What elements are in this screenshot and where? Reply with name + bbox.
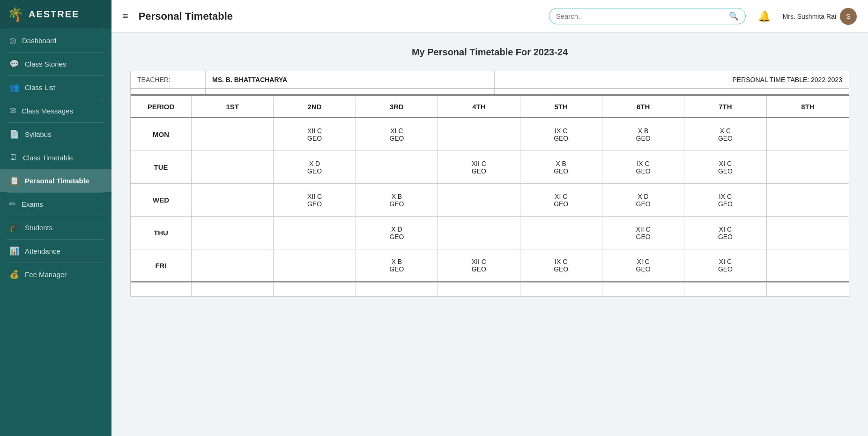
cell-fri-period-6: XI CGEO — [602, 249, 684, 281]
cell-subject: GEO — [307, 135, 322, 142]
cell-thu-period-6: XII CGEO — [602, 217, 684, 249]
cell-tue-period-4: XII CGEO — [438, 151, 520, 183]
cell-mon-period-4 — [438, 118, 520, 150]
cell-fri-period-5: IX CGEO — [520, 249, 602, 281]
cell-mon-period-6: X BGEO — [602, 118, 684, 150]
cell-class-name: IX C — [555, 258, 567, 265]
cell-subject: GEO — [636, 135, 651, 142]
search-box: 🔍 — [549, 8, 746, 24]
attendance-label: Attendance — [25, 247, 60, 255]
dashboard-label: Dashboard — [22, 37, 56, 45]
cell-subject: GEO — [389, 200, 404, 208]
sidebar-item-fee-manager[interactable]: 💰Fee Manager — [0, 263, 111, 286]
dashboard-icon: ◎ — [9, 36, 16, 45]
cell-fri-period-2 — [274, 249, 356, 281]
day-name-fri: FRI — [131, 249, 192, 281]
cell-subject: GEO — [554, 135, 568, 142]
day-label-tue: TUE — [154, 163, 168, 171]
class-list-label: Class List — [25, 83, 55, 91]
page-title: Personal Timetable — [139, 10, 542, 23]
cell-subject: GEO — [389, 233, 404, 241]
bottom-cell-4 — [438, 283, 520, 296]
cell-subject: GEO — [718, 265, 733, 273]
cell-wed-period-1 — [192, 184, 274, 216]
period-header-3rd: 3RD — [356, 96, 438, 117]
day-label-thu: THU — [154, 229, 168, 237]
header: ≡ Personal Timetable 🔍 🔔 Mrs. Sushmita R… — [111, 0, 868, 33]
user-name: Mrs. Sushmita Rai — [783, 13, 836, 20]
user-info: Mrs. Sushmita Rai S — [783, 8, 857, 25]
cell-wed-period-6: X DGEO — [602, 184, 684, 216]
sidebar-item-dashboard[interactable]: ◎Dashboard — [0, 29, 111, 52]
day-label-fri: FRI — [155, 262, 166, 270]
menu-icon[interactable]: ≡ — [123, 11, 128, 22]
cell-subject: GEO — [554, 167, 568, 175]
sidebar-item-syllabus[interactable]: 📄Syllabus — [0, 123, 111, 146]
notification-bell-icon[interactable]: 🔔 — [758, 10, 771, 23]
day-name-wed: WED — [131, 184, 192, 216]
cell-thu-period-8 — [767, 217, 849, 249]
cell-class-name: X B — [392, 193, 402, 200]
cell-class-name: XI C — [719, 160, 732, 167]
sidebar-item-exams[interactable]: ✏Exams — [0, 193, 111, 216]
cell-tue-period-6: IX CGEO — [602, 151, 684, 183]
syllabus-icon: 📄 — [9, 129, 19, 139]
cell-fri-period-1 — [192, 249, 274, 281]
sidebar-item-attendance[interactable]: 📊Attendance — [0, 240, 111, 263]
cell-class-name: X C — [720, 127, 731, 135]
period-header-4th: 4TH — [438, 96, 520, 117]
cell-subject: GEO — [307, 200, 322, 208]
cell-subject: GEO — [554, 200, 568, 208]
cell-wed-period-5: XI CGEO — [520, 184, 602, 216]
cell-mon-period-1 — [192, 118, 274, 150]
cell-subject: GEO — [636, 265, 651, 273]
exams-icon: ✏ — [9, 199, 16, 209]
personal-timetable-label: Personal Timetable — [25, 177, 89, 185]
search-input[interactable] — [556, 12, 729, 20]
class-list-icon: 👥 — [9, 83, 19, 92]
logo-icon: 🌴 — [7, 7, 24, 22]
teacher-name: MS. B. BHATTACHARYA — [212, 76, 287, 83]
sidebar-item-class-messages[interactable]: ✉Class Messages — [0, 99, 111, 122]
class-messages-icon: ✉ — [9, 106, 16, 116]
sidebar-item-class-list[interactable]: 👥Class List — [0, 76, 111, 99]
day-name-thu: THU — [131, 217, 192, 249]
cell-thu-period-2 — [274, 217, 356, 249]
cell-class-name: X B — [556, 160, 566, 167]
cell-fri-period-4: XII CGEO — [438, 249, 520, 281]
teacher-label-cell: TEACHER: — [131, 71, 206, 88]
cell-fri-period-7: XI CGEO — [684, 249, 766, 281]
period-header-period: PERIOD — [131, 96, 192, 117]
cell-tue-period-3 — [356, 151, 438, 183]
day-label-mon: MON — [153, 130, 169, 138]
cell-subject: GEO — [718, 167, 733, 175]
period-header-1st: 1ST — [192, 96, 274, 117]
cell-subject: GEO — [389, 135, 404, 142]
cell-subject: GEO — [718, 135, 733, 142]
cell-class-name: X D — [309, 160, 320, 167]
search-icon[interactable]: 🔍 — [729, 11, 739, 21]
cell-subject: GEO — [472, 265, 486, 273]
th2-cell-4 — [560, 89, 849, 94]
cell-tue-period-7: XI CGEO — [684, 151, 766, 183]
period-header-8th: 8TH — [767, 96, 849, 117]
period-header-5th: 5TH — [520, 96, 602, 117]
period-header-6th: 6TH — [602, 96, 684, 117]
sidebar-item-class-stories[interactable]: 💬Class Stories — [0, 53, 111, 75]
sidebar-item-personal-timetable[interactable]: 📋Personal Timetable — [0, 169, 111, 192]
cell-subject: GEO — [636, 200, 651, 208]
class-stories-icon: 💬 — [9, 59, 19, 69]
sidebar-item-class-timetable[interactable]: 🗓Class Timetable — [0, 146, 111, 169]
cell-class-name: XI C — [719, 226, 732, 233]
personal-timetable-icon: 📋 — [9, 176, 19, 186]
period-header-2nd: 2ND — [274, 96, 356, 117]
sidebar-item-students[interactable]: 🎓Students — [0, 216, 111, 239]
bottom-cell-8 — [767, 283, 849, 296]
timetable: TEACHER: MS. B. BHATTACHARYA PERSONAL TI… — [130, 71, 849, 297]
teacher-name-cell: MS. B. BHATTACHARYA — [206, 71, 495, 88]
cell-mon-period-3: XI CGEO — [356, 118, 438, 150]
table-title-cell: PERSONAL TIME TABLE: 2022-2023 — [560, 71, 849, 88]
sidebar: 🌴 AESTREE ◎Dashboard💬Class Stories👥Class… — [0, 0, 111, 436]
bottom-cell-3 — [356, 283, 438, 296]
cell-class-name: XII C — [472, 258, 486, 265]
